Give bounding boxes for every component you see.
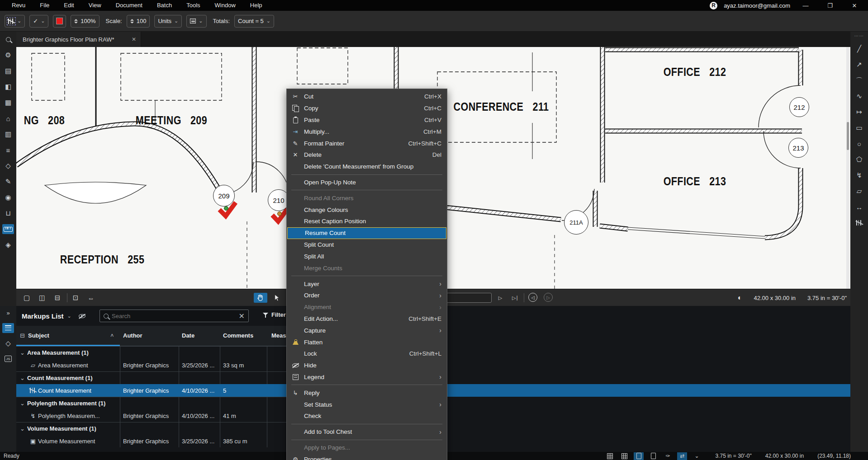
menu-item-split-count[interactable]: Split Count xyxy=(287,239,447,251)
menu-revu[interactable]: Revu xyxy=(5,0,33,11)
menu-view[interactable]: View xyxy=(81,0,109,11)
close-button[interactable]: ✕ xyxy=(845,2,863,9)
previous-view-icon[interactable]: ◁ xyxy=(528,293,537,302)
next-page-icon[interactable]: ▷ xyxy=(496,293,505,303)
select-tool[interactable] xyxy=(270,293,282,303)
menu-item-multiply[interactable]: ⇥Multiply...Ctrl+M xyxy=(287,126,447,137)
snap-grid-icon[interactable] xyxy=(619,452,629,460)
minimize-button[interactable]: — xyxy=(797,2,815,9)
count-tool-button[interactable]: ⌄ xyxy=(5,15,25,28)
caption-style-dropdown[interactable]: ⌄ xyxy=(186,15,206,28)
split-horizontal-icon[interactable]: ⊟ xyxy=(52,293,62,303)
single-page-view-icon[interactable]: ▢ xyxy=(22,293,32,303)
layers-icon[interactable]: ◈ xyxy=(2,240,14,250)
group-chevron-icon[interactable]: ⌄ xyxy=(20,349,25,356)
menu-item-apply-to-pages[interactable]: Apply to Pages... xyxy=(287,442,447,454)
spaces-icon[interactable]: ⌂ xyxy=(2,113,14,123)
menu-batch[interactable]: Batch xyxy=(150,0,179,11)
menu-window[interactable]: Window xyxy=(208,0,243,11)
color-swatch-button[interactable] xyxy=(53,15,66,28)
page-summary-icon[interactable] xyxy=(634,452,644,460)
opacity-stepper[interactable] xyxy=(74,19,78,23)
table-header-row[interactable]: ⊟ Subject ˄ Author Date Comments Meas xyxy=(16,326,289,346)
menu-item-add-to-tool-chest[interactable]: Add to Tool Chest› xyxy=(287,426,447,438)
arrow-tool-icon[interactable]: ↗ xyxy=(854,60,865,70)
page-number-field[interactable] xyxy=(446,293,492,303)
menu-document[interactable]: Document xyxy=(109,0,150,11)
menu-file[interactable]: File xyxy=(33,0,57,11)
pan-hand-tool[interactable] xyxy=(254,293,267,303)
sync-icon[interactable]: ⇄ xyxy=(677,452,687,460)
hide-markups-icon[interactable] xyxy=(79,314,85,318)
clear-search-icon[interactable]: ✕ xyxy=(239,312,245,320)
menu-item-legend[interactable]: Legend› xyxy=(287,371,447,383)
filter-label[interactable]: Filter xyxy=(271,311,286,318)
menu-item-capture[interactable]: Capture› xyxy=(287,324,447,336)
drag-handle-icon[interactable]: ⋯⋯ xyxy=(854,33,865,38)
restore-button[interactable]: ❐ xyxy=(821,2,839,9)
ink-icon[interactable]: ✑ xyxy=(663,452,673,460)
column-comments[interactable]: Comments xyxy=(223,332,253,339)
markups-list-panel-icon[interactable] xyxy=(2,323,14,333)
arc-tool-icon[interactable]: ⌒ xyxy=(854,75,865,85)
menu-item-set-status[interactable]: Set Status› xyxy=(287,399,447,410)
menu-item-delete-count-measurement-from-group[interactable]: Delete 'Count Measurement' from Group xyxy=(287,161,447,173)
dimension-tool-icon[interactable]: ↦ xyxy=(854,107,865,117)
signatures-icon[interactable]: ✎ xyxy=(2,177,14,187)
markups-summary-icon[interactable]: ≡ xyxy=(2,145,14,155)
totals-dropdown[interactable]: Count = 5 ⌄ xyxy=(234,15,274,28)
table-row[interactable]: Count MeasurementBrighter Graphics4/10/2… xyxy=(16,384,289,397)
menu-item-alignment[interactable]: Alignment› xyxy=(287,301,447,313)
line-tool-icon[interactable]: ╱ xyxy=(854,44,865,54)
menu-item-change-colours[interactable]: Change Colours xyxy=(287,204,447,216)
count-measure-icon[interactable] xyxy=(854,218,865,228)
menu-tools[interactable]: Tools xyxy=(179,0,207,11)
table-row[interactable]: ▱Area MeasurementBrighter Graphics3/25/2… xyxy=(16,359,289,371)
group-row[interactable]: ⌄Count Measurement (1) xyxy=(16,371,289,384)
filter-icon[interactable] xyxy=(263,312,268,318)
column-author[interactable]: Author xyxy=(123,332,142,339)
toolbox-icon[interactable]: ⊔ xyxy=(2,208,14,218)
account-email[interactable]: ayaz.taimoor@gmail.com xyxy=(724,2,790,9)
javascript-panel-icon[interactable]: JS xyxy=(2,354,14,364)
contrast-icon[interactable]: ◐ xyxy=(738,294,742,302)
3d-model-tree-icon[interactable]: ◇ xyxy=(2,338,14,348)
group-row[interactable]: ⌄Volume Measurement (1) xyxy=(16,422,289,435)
places-icon[interactable]: ◉ xyxy=(2,192,14,202)
menu-item-lock[interactable]: LockCtrl+Shift+L xyxy=(287,348,447,360)
split-vertical-icon[interactable]: ◫ xyxy=(37,293,47,303)
measurements-icon[interactable] xyxy=(2,224,14,234)
scale-control[interactable]: 100 xyxy=(127,15,150,28)
ellipse-tool-icon[interactable]: ○ xyxy=(854,139,865,149)
scale-stepper[interactable] xyxy=(130,19,134,23)
thumbnails-icon[interactable]: ▤ xyxy=(2,66,14,76)
menu-item-delete[interactable]: ✕DeleteDel xyxy=(287,149,447,161)
check-style-button[interactable]: ✓ ⌄ xyxy=(29,15,48,28)
chevron-down-icon[interactable]: ⌄ xyxy=(692,452,702,460)
polylength-measure-icon[interactable]: ↯ xyxy=(854,170,865,180)
table-row[interactable]: ↯Polylength Measurem...Brighter Graphics… xyxy=(16,409,289,422)
bookmarks-icon[interactable]: ◧ xyxy=(2,82,14,92)
menu-item-edit-action[interactable]: Edit Action...Ctrl+Shift+E xyxy=(287,313,447,325)
markups-search[interactable]: ✕ xyxy=(100,310,249,322)
menu-item-order[interactable]: Order› xyxy=(287,290,447,301)
scrollbar-thumb[interactable] xyxy=(847,122,849,150)
menu-item-properties[interactable]: ⚙Properties xyxy=(287,453,447,460)
search-input[interactable] xyxy=(112,313,236,319)
column-date[interactable]: Date xyxy=(182,332,194,339)
last-page-icon[interactable]: ▷∣ xyxy=(510,293,520,303)
properties-gear-icon[interactable]: ⚙ xyxy=(2,50,14,60)
menu-item-round-all-corners[interactable]: Round All Corners xyxy=(287,192,447,204)
group-chevron-icon[interactable]: ⌄ xyxy=(20,425,25,432)
column-subject[interactable]: Subject xyxy=(28,332,49,339)
menu-item-format-painter[interactable]: ✎Format PainterCtrl+Shift+C xyxy=(287,137,447,149)
menu-item-check[interactable]: Check xyxy=(287,410,447,422)
group-row[interactable]: ⌄Polylength Measurement (1) xyxy=(16,397,289,409)
polyline-tool-icon[interactable]: ∿ xyxy=(854,91,865,101)
expand-panel-icon[interactable]: » xyxy=(2,308,14,318)
fit-page-icon[interactable]: ⊡ xyxy=(71,293,81,303)
menu-item-paste[interactable]: PasteCtrl+V xyxy=(287,114,447,126)
menu-item-cut[interactable]: ✂CutCtrl+X xyxy=(287,91,447,103)
menu-item-reply[interactable]: ↳Reply xyxy=(287,387,447,399)
menu-item-merge-counts[interactable]: Merge Counts xyxy=(287,262,447,274)
